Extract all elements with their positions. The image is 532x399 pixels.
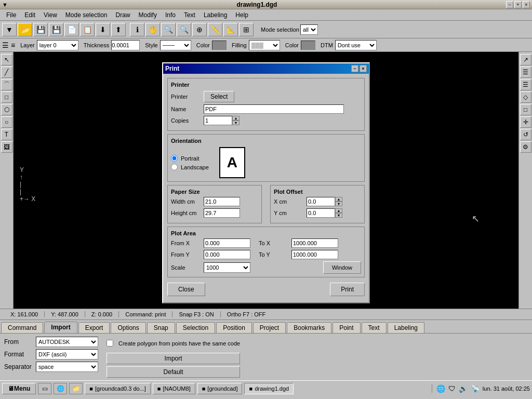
right-tool-5[interactable]: □ bbox=[520, 104, 531, 115]
tool-circle[interactable]: ○ bbox=[1, 116, 12, 128]
from-select[interactable]: AUTODESK bbox=[36, 337, 98, 347]
tab-labeling[interactable]: Labeling bbox=[388, 322, 424, 333]
menu-labeling[interactable]: Labeling bbox=[200, 10, 231, 20]
landscape-radio[interactable] bbox=[171, 164, 178, 170]
tool-rect[interactable]: □ bbox=[1, 91, 12, 103]
menu-draw[interactable]: Draw bbox=[112, 10, 135, 20]
ycm-down[interactable]: ▼ bbox=[335, 213, 342, 218]
task-naoum8[interactable]: ■ [NAOUM8] bbox=[153, 383, 195, 394]
ycm-input[interactable] bbox=[307, 208, 335, 218]
right-tool-8[interactable]: ⚙ bbox=[520, 141, 531, 153]
print-dialog-close[interactable]: × bbox=[360, 65, 367, 72]
menu-modify[interactable]: Modify bbox=[135, 10, 161, 20]
tray-network2-icon[interactable]: 📡 bbox=[471, 384, 480, 393]
right-tool-1[interactable]: ↗ bbox=[520, 54, 531, 65]
tab-project[interactable]: Project bbox=[253, 322, 286, 333]
tool-image[interactable]: 🖼 bbox=[1, 141, 12, 153]
tool-line[interactable]: ╱ bbox=[1, 66, 12, 78]
zoom-fit-button[interactable]: ⊕ bbox=[192, 23, 207, 36]
btn6[interactable]: 📋 bbox=[80, 23, 95, 36]
xcm-up[interactable]: ▲ bbox=[335, 197, 342, 202]
start-menu-button[interactable]: 🖥 Menu bbox=[2, 383, 36, 394]
tab-import[interactable]: Import bbox=[44, 322, 77, 333]
taskbar-terminal-icon[interactable]: ▭ bbox=[38, 383, 51, 394]
xcm-down[interactable]: ▼ bbox=[335, 202, 342, 206]
tab-snap[interactable]: Snap bbox=[147, 322, 175, 333]
minimize-button[interactable]: − bbox=[506, 1, 513, 8]
right-tool-4[interactable]: ◇ bbox=[520, 91, 531, 103]
to-y-input[interactable] bbox=[291, 250, 338, 259]
layer-select[interactable]: layer 0 bbox=[37, 40, 78, 50]
menu-mode-selection[interactable]: Mode selection bbox=[61, 10, 112, 20]
separator-select[interactable]: space bbox=[36, 362, 98, 372]
format-select[interactable]: DXF (ascii) bbox=[36, 349, 98, 360]
color2-swatch[interactable] bbox=[301, 41, 315, 50]
btn5[interactable]: 📄 bbox=[64, 23, 79, 36]
polygon-checkbox[interactable] bbox=[107, 340, 113, 347]
menu-text[interactable]: Text bbox=[180, 10, 200, 20]
mode-select[interactable]: all bbox=[300, 24, 318, 35]
save2-button[interactable]: 💾 bbox=[49, 23, 63, 36]
style-select[interactable]: ─── bbox=[160, 40, 191, 50]
tab-bookmarks[interactable]: Bookmarks bbox=[287, 322, 331, 333]
print-dialog-minimize[interactable]: − bbox=[351, 65, 358, 72]
right-tool-2[interactable]: ☰ bbox=[520, 66, 531, 78]
menu-edit[interactable]: Edit bbox=[20, 10, 39, 20]
zoom-out-button[interactable]: 🔍 bbox=[177, 23, 191, 36]
btn7[interactable]: ⬇ bbox=[96, 23, 110, 36]
portrait-radio[interactable] bbox=[171, 155, 178, 162]
copies-input[interactable] bbox=[204, 116, 232, 125]
zoom-in-button[interactable]: 🔍 bbox=[161, 23, 176, 36]
ruler1-button[interactable]: 📏 bbox=[208, 23, 222, 36]
task-groundcad-do[interactable]: ■ [groundcad0.3 do...] bbox=[85, 383, 151, 394]
tray-volume-icon[interactable]: 🔊 bbox=[459, 384, 468, 393]
tab-selection[interactable]: Selection bbox=[176, 322, 215, 333]
from-y-input[interactable] bbox=[204, 250, 250, 259]
new-button[interactable]: ▼ bbox=[2, 23, 17, 36]
pointer-button[interactable]: 🖐 bbox=[145, 23, 160, 36]
taskbar-browser-icon[interactable]: 🌐 bbox=[54, 383, 67, 394]
taskbar-files-icon[interactable]: 📁 bbox=[69, 383, 83, 394]
menu-view[interactable]: View bbox=[39, 10, 61, 20]
btn8[interactable]: ⬆ bbox=[111, 23, 126, 36]
right-tool-7[interactable]: ↺ bbox=[520, 129, 531, 140]
window-button[interactable]: Window bbox=[323, 261, 361, 274]
color-swatch[interactable] bbox=[212, 41, 227, 50]
close-button[interactable]: × bbox=[523, 1, 530, 8]
right-tool-3[interactable]: ☰ bbox=[520, 79, 531, 90]
tool-text[interactable]: T bbox=[1, 129, 12, 140]
copies-up[interactable]: ▲ bbox=[232, 116, 240, 121]
menu-help[interactable]: Help bbox=[231, 10, 252, 20]
right-tool-6[interactable]: ✛ bbox=[520, 116, 531, 128]
filling-select[interactable]: ▒▒▒ bbox=[249, 40, 280, 50]
from-x-input[interactable] bbox=[204, 238, 250, 248]
tab-text[interactable]: Text bbox=[362, 322, 387, 333]
menu-info[interactable]: Info bbox=[161, 10, 180, 20]
menu-file[interactable]: File bbox=[2, 10, 20, 20]
tab-position[interactable]: Position bbox=[216, 322, 252, 333]
ruler2-button[interactable]: 📐 bbox=[223, 23, 238, 36]
print-button[interactable]: Print bbox=[330, 283, 365, 296]
dtm-select[interactable]: Dont use bbox=[335, 40, 377, 50]
copies-down[interactable]: ▼ bbox=[232, 121, 240, 125]
info-button[interactable]: ℹ bbox=[130, 23, 144, 36]
grid-button[interactable]: ⊞ bbox=[239, 23, 254, 36]
xcm-input[interactable] bbox=[307, 197, 335, 206]
save-button[interactable]: 💾 bbox=[33, 23, 48, 36]
canvas[interactable]: Y↑||+→ X Print − × Printer Printer Selec… bbox=[14, 52, 518, 309]
printer-name-input[interactable] bbox=[204, 104, 344, 114]
ycm-up[interactable]: ▲ bbox=[335, 208, 342, 213]
printer-select-button[interactable]: Select bbox=[204, 91, 234, 102]
to-x-input[interactable] bbox=[291, 238, 338, 248]
tab-options[interactable]: Options bbox=[111, 322, 145, 333]
default-button[interactable]: Default bbox=[107, 366, 240, 378]
tray-network-icon[interactable]: 🌐 bbox=[436, 384, 445, 393]
tool-poly[interactable]: ⬡ bbox=[1, 104, 12, 115]
tool-curve[interactable]: ⌒ bbox=[1, 79, 12, 90]
height-input[interactable] bbox=[204, 208, 240, 218]
tab-export[interactable]: Export bbox=[78, 322, 110, 333]
tool-select[interactable]: ↖ bbox=[1, 54, 12, 65]
scale-select[interactable]: 1000 bbox=[204, 262, 250, 273]
task-groundcad[interactable]: ■ [groundcad] bbox=[197, 383, 243, 394]
tab-point[interactable]: Point bbox=[332, 322, 360, 333]
